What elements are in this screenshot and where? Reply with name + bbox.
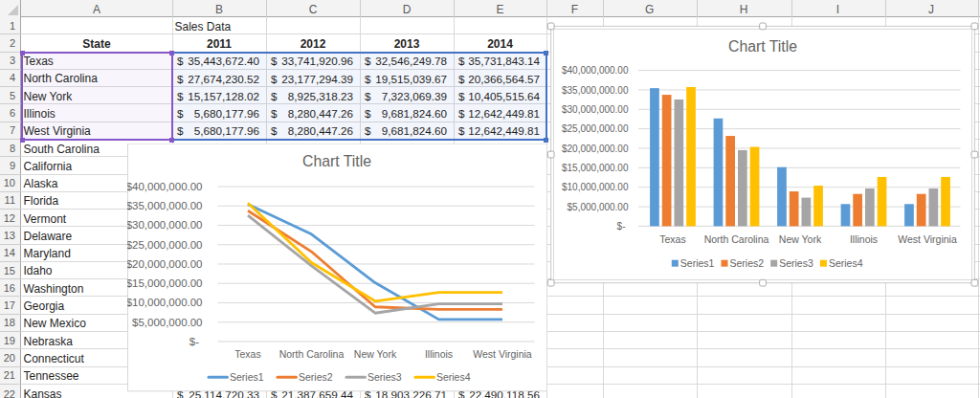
svg-text:Texas: Texas — [234, 350, 260, 361]
svg-text:West Virginia: West Virginia — [473, 350, 532, 361]
svg-text:$35,000,000.00: $35,000,000.00 — [127, 201, 203, 212]
svg-text:$5,000,000.00: $5,000,000.00 — [568, 202, 629, 212]
svg-text:North Carolina: North Carolina — [704, 233, 769, 245]
svg-text:Series4: Series4 — [436, 372, 471, 383]
svg-text:$30,000,000.00: $30,000,000.00 — [127, 220, 203, 232]
svg-text:$40,000,000.00: $40,000,000.00 — [127, 181, 203, 192]
svg-text:$30,000,000.00: $30,000,000.00 — [562, 104, 629, 115]
svg-text:Series2: Series2 — [299, 372, 333, 383]
svg-text:$5,000,000.00: $5,000,000.00 — [132, 317, 202, 328]
svg-text:West Virginia: West Virginia — [898, 233, 957, 245]
svg-text:$-: $- — [189, 336, 199, 347]
svg-text:Series3: Series3 — [368, 372, 402, 383]
svg-text:$-: $- — [617, 221, 626, 232]
svg-text:Chart Title: Chart Title — [728, 38, 797, 55]
svg-text:$15,000,000.00: $15,000,000.00 — [562, 163, 629, 173]
svg-text:$15,000,000.00: $15,000,000.00 — [127, 278, 203, 290]
svg-text:$10,000,000.00: $10,000,000.00 — [562, 182, 629, 192]
svg-text:$20,000,000.00: $20,000,000.00 — [562, 144, 629, 154]
svg-text:Chart Title: Chart Title — [302, 153, 371, 169]
svg-text:$10,000,000.00: $10,000,000.00 — [127, 298, 203, 309]
svg-text:$20,000,000.00: $20,000,000.00 — [127, 258, 203, 270]
svg-text:Illinois: Illinois — [850, 233, 878, 245]
svg-text:New York: New York — [779, 233, 822, 245]
svg-text:North Carolina: North Carolina — [279, 350, 345, 361]
svg-text:Series4: Series4 — [829, 257, 863, 269]
svg-text:New York: New York — [354, 350, 397, 361]
svg-text:$40,000,000.00: $40,000,000.00 — [562, 65, 629, 76]
svg-text:Series3: Series3 — [779, 257, 813, 269]
svg-text:$25,000,000.00: $25,000,000.00 — [562, 123, 629, 134]
svg-text:Texas: Texas — [659, 233, 685, 245]
svg-text:$25,000,000.00: $25,000,000.00 — [127, 239, 203, 251]
svg-text:Series1: Series1 — [230, 372, 264, 383]
svg-text:Illinois: Illinois — [425, 350, 453, 361]
svg-text:Series2: Series2 — [730, 257, 765, 269]
svg-text:$35,000,000.00: $35,000,000.00 — [562, 85, 629, 96]
svg-text:Series1: Series1 — [680, 257, 715, 269]
